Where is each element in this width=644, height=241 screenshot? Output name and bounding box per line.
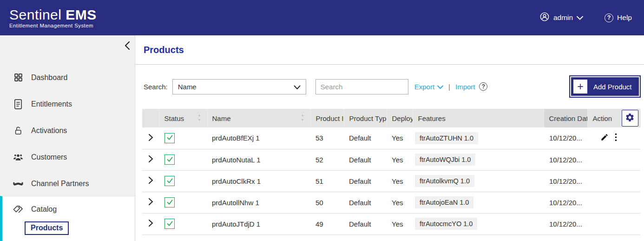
- product-type-cell: Default: [344, 213, 387, 234]
- app-root: Sentinel EMS Entitlement Management Syst…: [0, 0, 644, 241]
- export-label: Export: [414, 83, 434, 91]
- deployed-cell: Yes: [387, 192, 413, 213]
- brand-title: Sentinel EMS: [9, 7, 97, 22]
- col-action: Action: [587, 109, 640, 127]
- table-header-row: Status▲▼ Name▲▼ Product ID Product Type …: [142, 109, 640, 127]
- col-name[interactable]: Name▲▼: [207, 109, 310, 127]
- check-icon: [166, 134, 173, 142]
- page-title: Products: [135, 35, 644, 65]
- feature-chip: ftrAutoZTUHN 1.0: [415, 132, 478, 144]
- tags-icon: [13, 205, 23, 214]
- sidebar-item-dashboard[interactable]: Dashboard: [0, 64, 135, 91]
- feature-chip: ftrAutoWQJbi 1.0: [415, 154, 475, 166]
- main-content: Products Search: Name Export | Import ?: [135, 35, 644, 241]
- table-row: prdAutoJTdjD 1 49 Default Yes ftrAutocmc…: [142, 213, 640, 234]
- import-link[interactable]: Import: [455, 83, 475, 91]
- chevron-right-icon: [148, 219, 153, 228]
- col-product-id[interactable]: Product ID: [310, 109, 344, 127]
- expand-row-button[interactable]: [148, 176, 153, 186]
- user-icon: [539, 12, 550, 24]
- search-input[interactable]: [315, 79, 408, 94]
- plus-icon: +: [573, 80, 587, 94]
- table-row: prdAutoClkRx 1 51 Default Yes ftrAutolkv…: [142, 170, 640, 192]
- sidebar-item-label: Channel Partners: [31, 180, 89, 188]
- table-row: prdAutoNutaL 1 52 Default Yes ftrAutoWQJ…: [142, 149, 640, 170]
- status-checkbox[interactable]: [164, 133, 175, 143]
- status-checkbox[interactable]: [164, 197, 175, 208]
- col-features[interactable]: Features: [413, 109, 544, 127]
- top-bar: Sentinel EMS Entitlement Management Syst…: [0, 0, 644, 35]
- creation-date-cell: 10/12/20...: [544, 192, 587, 213]
- brand-subtitle: Entitlement Management System: [9, 23, 97, 28]
- product-name-cell: prdAutoNutaL 1: [207, 149, 310, 170]
- document-icon: [13, 99, 23, 109]
- export-import-group: Export | Import ?: [414, 82, 488, 91]
- top-bar-right: admin ? Help: [539, 12, 632, 24]
- col-creation-date[interactable]: Creation Date: [544, 109, 587, 127]
- product-type-cell: Default: [344, 127, 387, 149]
- sidebar-section-catalog: Catalog Products: [0, 196, 135, 241]
- product-type-cell: Default: [344, 149, 387, 170]
- sidebar: Dashboard Entitlements Activations: [0, 35, 135, 241]
- deployed-cell: Yes: [387, 213, 413, 234]
- help-button[interactable]: ? Help: [605, 13, 632, 22]
- product-id-cell: 49: [310, 213, 344, 234]
- help-label: Help: [617, 13, 632, 22]
- product-name-cell: prdAutoJTdjD 1: [207, 213, 310, 234]
- sort-icon[interactable]: ▲▼: [301, 113, 304, 122]
- feature-chip: ftrAutojoEaN 1.0: [415, 196, 473, 208]
- deployed-cell: Yes: [387, 170, 413, 192]
- feature-chip: ftrAutolkvmQ 1.0: [415, 175, 474, 187]
- user-name: admin: [553, 13, 573, 22]
- sidebar-item-customers[interactable]: Customers: [0, 144, 135, 170]
- help-icon: ?: [605, 13, 613, 22]
- brand-title-bold: EMS: [66, 7, 97, 22]
- column-settings-button[interactable]: [622, 110, 638, 127]
- search-label: Search:: [144, 83, 168, 91]
- sidebar-item-label: Entitlements: [31, 100, 72, 108]
- edit-button[interactable]: [600, 133, 609, 143]
- more-actions-button[interactable]: [615, 133, 617, 143]
- brand-logo: Sentinel EMS Entitlement Management Syst…: [9, 7, 97, 28]
- sidebar-item-activations[interactable]: Activations: [0, 117, 135, 144]
- expand-row-button[interactable]: [148, 134, 153, 143]
- search-field-select[interactable]: Name: [172, 79, 306, 94]
- col-product-type[interactable]: Product Type: [344, 109, 387, 127]
- table-row: prdAutoBfEXj 1 53 Default Yes ftrAutoZTU…: [142, 127, 640, 149]
- divider: |: [448, 83, 450, 91]
- product-id-cell: 52: [310, 149, 344, 170]
- expand-row-button[interactable]: [148, 219, 153, 228]
- sidebar-item-products[interactable]: Products: [25, 221, 69, 235]
- chevron-left-icon: [124, 45, 130, 52]
- status-checkbox[interactable]: [164, 219, 175, 229]
- import-help-icon[interactable]: ?: [479, 82, 487, 91]
- col-status[interactable]: Status▲▼: [159, 109, 207, 127]
- chevron-right-icon: [148, 134, 153, 143]
- col-deployed[interactable]: Deployed: [387, 109, 413, 127]
- chevron-right-icon: [148, 155, 153, 164]
- product-id-cell: 53: [310, 127, 344, 149]
- sidebar-item-label: Catalog: [31, 205, 57, 214]
- sidebar-item-catalog[interactable]: Catalog: [2, 196, 135, 222]
- status-checkbox[interactable]: [164, 176, 175, 186]
- chevron-down-icon: [437, 83, 443, 91]
- product-id-cell: 51: [310, 170, 344, 192]
- sidebar-collapse-button[interactable]: [121, 40, 133, 52]
- expand-row-button[interactable]: [148, 155, 153, 164]
- chevron-down-icon: [577, 13, 583, 22]
- products-table: Status▲▼ Name▲▼ Product ID Product Type …: [142, 109, 641, 235]
- product-name-cell: prdAutollNhw 1: [207, 192, 310, 213]
- check-icon: [166, 199, 173, 207]
- check-icon: [166, 220, 173, 228]
- sidebar-item-label: Dashboard: [31, 74, 67, 82]
- add-product-button[interactable]: + Add Product: [569, 75, 641, 98]
- export-link[interactable]: Export: [414, 83, 443, 91]
- status-checkbox[interactable]: [164, 154, 175, 165]
- sidebar-item-channel-partners[interactable]: Channel Partners: [0, 170, 135, 197]
- user-menu[interactable]: admin: [539, 12, 583, 24]
- check-icon: [166, 156, 173, 164]
- sidebar-item-entitlements[interactable]: Entitlements: [0, 91, 135, 117]
- expand-row-button[interactable]: [148, 198, 153, 207]
- brand-title-light: Sentinel: [9, 7, 61, 22]
- sort-icon[interactable]: ▲▼: [198, 113, 201, 122]
